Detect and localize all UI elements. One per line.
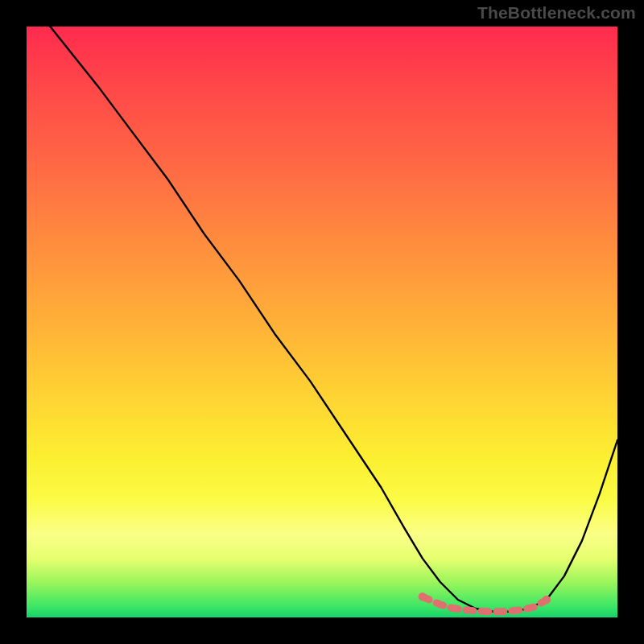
plot-area — [27, 27, 617, 617]
curve-line — [50, 27, 617, 612]
highlight-series — [419, 592, 551, 612]
chart-svg — [27, 27, 617, 617]
curve-series — [50, 27, 617, 612]
highlight-endpoint — [419, 592, 427, 601]
highlight-endpoint — [543, 596, 551, 604]
chart-frame: TheBottleneck.com — [0, 0, 644, 644]
highlight-path — [423, 597, 547, 611]
watermark-label: TheBottleneck.com — [477, 3, 636, 23]
